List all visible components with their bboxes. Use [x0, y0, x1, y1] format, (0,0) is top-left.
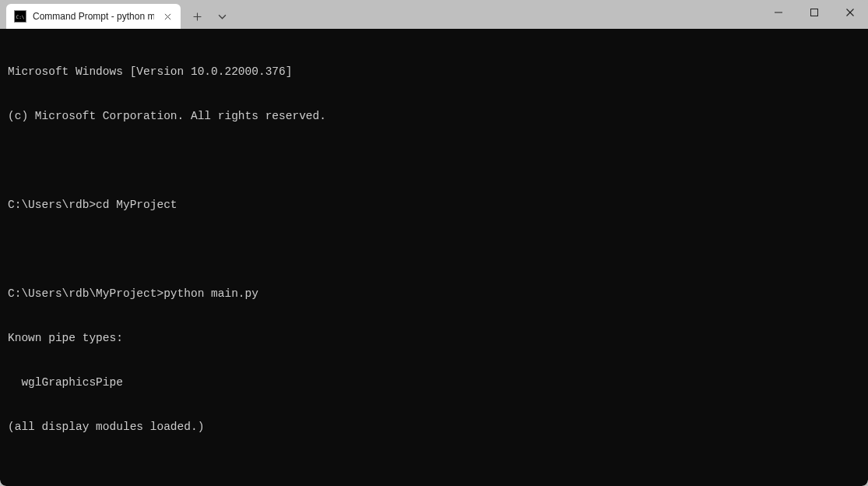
window-controls [761, 0, 868, 25]
terminal-line: C:\Users\rdb>cd MyProject [8, 198, 860, 213]
terminal-line: wglGraphicsPipe [8, 375, 860, 390]
terminal-line: Microsoft Windows [Version 10.0.22000.37… [8, 65, 860, 79]
svg-rect-5 [811, 9, 818, 16]
tab-dropdown-button[interactable] [210, 5, 234, 28]
terminal-line: C:\Users\rdb\MyProject>python main.py [8, 287, 860, 301]
tab-actions [185, 4, 234, 29]
minimize-icon [775, 9, 782, 16]
tabs-area: C:\ Command Prompt - python ma [0, 0, 761, 29]
tab-title: Command Prompt - python ma [33, 11, 154, 22]
maximize-button[interactable] [796, 0, 832, 25]
plus-icon [193, 12, 202, 21]
chevron-down-icon [218, 12, 227, 21]
close-icon [164, 13, 171, 20]
maximize-icon [810, 9, 818, 16]
minimize-button[interactable] [761, 0, 796, 25]
terminal-line [8, 153, 860, 168]
new-tab-button[interactable] [185, 5, 209, 28]
terminal-line [8, 242, 860, 257]
tab-close-button[interactable] [160, 9, 174, 23]
tab-command-prompt[interactable]: C:\ Command Prompt - python ma [6, 4, 181, 29]
cmd-icon: C:\ [14, 10, 26, 23]
terminal-line: (c) Microsoft Corporation. All rights re… [8, 109, 860, 124]
terminal-content[interactable]: Microsoft Windows [Version 10.0.22000.37… [0, 29, 868, 486]
terminal-line: (all display modules loaded.) [8, 420, 860, 435]
terminal-line: Known pipe types: [8, 331, 860, 346]
close-icon [846, 9, 854, 16]
titlebar: C:\ Command Prompt - python ma [0, 0, 868, 29]
window-close-button[interactable] [832, 0, 868, 25]
